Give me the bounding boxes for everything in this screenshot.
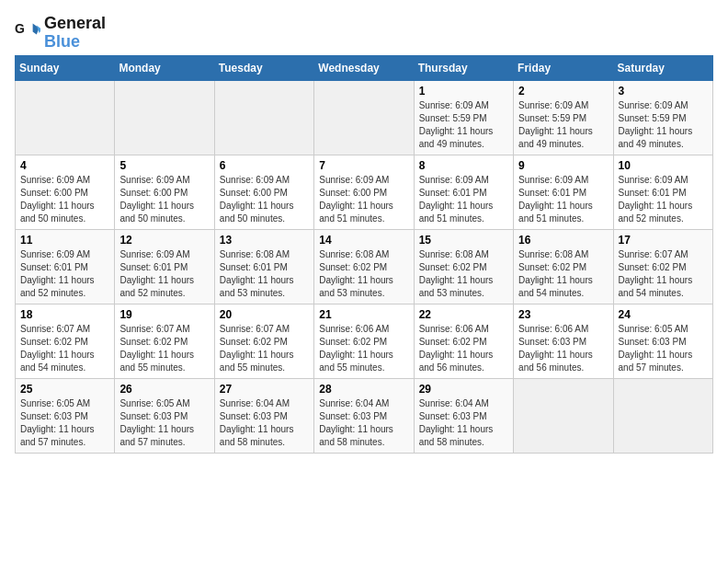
calendar-cell: 2Sunrise: 6:09 AM Sunset: 5:59 PM Daylig… xyxy=(514,80,613,155)
calendar-cell: 14Sunrise: 6:08 AM Sunset: 6:02 PM Dayli… xyxy=(314,229,414,304)
calendar-cell: 8Sunrise: 6:09 AM Sunset: 6:01 PM Daylig… xyxy=(414,155,513,229)
calendar-cell: 11Sunrise: 6:09 AM Sunset: 6:01 PM Dayli… xyxy=(16,229,115,304)
calendar-cell: 26Sunrise: 6:05 AM Sunset: 6:03 PM Dayli… xyxy=(115,378,214,453)
day-info: Sunrise: 6:07 AM Sunset: 6:02 PM Dayligh… xyxy=(220,323,309,374)
day-info: Sunrise: 6:06 AM Sunset: 6:02 PM Dayligh… xyxy=(319,323,408,374)
day-number: 21 xyxy=(319,308,408,321)
day-info: Sunrise: 6:06 AM Sunset: 6:02 PM Dayligh… xyxy=(419,323,508,374)
day-info: Sunrise: 6:09 AM Sunset: 6:01 PM Dayligh… xyxy=(419,174,508,225)
day-info: Sunrise: 6:09 AM Sunset: 6:00 PM Dayligh… xyxy=(20,174,109,225)
day-number: 5 xyxy=(119,159,209,172)
day-number: 17 xyxy=(619,234,708,247)
day-info: Sunrise: 6:09 AM Sunset: 5:59 PM Dayligh… xyxy=(619,99,708,151)
header-row: SundayMondayTuesdayWednesdayThursdayFrid… xyxy=(16,55,713,80)
day-info: Sunrise: 6:09 AM Sunset: 6:00 PM Dayligh… xyxy=(119,174,209,225)
page-header: G GeneralBlue xyxy=(15,15,713,52)
day-info: Sunrise: 6:08 AM Sunset: 6:02 PM Dayligh… xyxy=(518,248,608,300)
day-info: Sunrise: 6:08 AM Sunset: 6:01 PM Dayligh… xyxy=(220,248,309,300)
day-number: 16 xyxy=(518,234,608,247)
day-info: Sunrise: 6:05 AM Sunset: 6:03 PM Dayligh… xyxy=(20,397,109,449)
calendar-cell: 1Sunrise: 6:09 AM Sunset: 5:59 PM Daylig… xyxy=(414,80,513,155)
header-friday: Friday xyxy=(514,55,613,80)
day-number: 18 xyxy=(20,308,109,321)
day-info: Sunrise: 6:08 AM Sunset: 6:02 PM Dayligh… xyxy=(319,248,408,300)
day-number: 20 xyxy=(220,308,309,321)
day-number: 6 xyxy=(220,159,309,172)
calendar-cell: 28Sunrise: 6:04 AM Sunset: 6:03 PM Dayli… xyxy=(314,378,414,453)
day-number: 15 xyxy=(419,234,508,247)
day-number: 28 xyxy=(319,383,408,396)
header-wednesday: Wednesday xyxy=(314,55,414,80)
calendar-cell: 13Sunrise: 6:08 AM Sunset: 6:01 PM Dayli… xyxy=(214,229,313,304)
day-info: Sunrise: 6:07 AM Sunset: 6:02 PM Dayligh… xyxy=(619,248,708,300)
day-number: 26 xyxy=(119,383,209,396)
calendar-week-2: 4Sunrise: 6:09 AM Sunset: 6:00 PM Daylig… xyxy=(16,155,713,229)
day-info: Sunrise: 6:09 AM Sunset: 6:01 PM Dayligh… xyxy=(518,174,608,225)
day-number: 1 xyxy=(419,85,508,98)
calendar-cell: 21Sunrise: 6:06 AM Sunset: 6:02 PM Dayli… xyxy=(314,304,414,378)
logo: G GeneralBlue xyxy=(15,15,106,52)
day-number: 12 xyxy=(119,234,209,247)
day-info: Sunrise: 6:09 AM Sunset: 6:01 PM Dayligh… xyxy=(619,174,708,225)
calendar-cell: 6Sunrise: 6:09 AM Sunset: 6:00 PM Daylig… xyxy=(214,155,313,229)
day-info: Sunrise: 6:09 AM Sunset: 5:59 PM Dayligh… xyxy=(518,99,608,151)
calendar-header: SundayMondayTuesdayWednesdayThursdayFrid… xyxy=(16,55,713,80)
calendar-cell: 22Sunrise: 6:06 AM Sunset: 6:02 PM Dayli… xyxy=(414,304,513,378)
logo-text: GeneralBlue xyxy=(44,15,106,52)
day-number: 11 xyxy=(20,234,109,247)
calendar-table: SundayMondayTuesdayWednesdayThursdayFrid… xyxy=(15,55,713,454)
calendar-cell: 15Sunrise: 6:08 AM Sunset: 6:02 PM Dayli… xyxy=(414,229,513,304)
day-number: 10 xyxy=(619,159,708,172)
day-info: Sunrise: 6:09 AM Sunset: 6:01 PM Dayligh… xyxy=(20,248,109,300)
calendar-cell: 7Sunrise: 6:09 AM Sunset: 6:00 PM Daylig… xyxy=(314,155,414,229)
day-info: Sunrise: 6:09 AM Sunset: 6:00 PM Dayligh… xyxy=(319,174,408,225)
calendar-week-4: 18Sunrise: 6:07 AM Sunset: 6:02 PM Dayli… xyxy=(16,304,713,378)
svg-text:G: G xyxy=(15,21,25,36)
calendar-cell: 16Sunrise: 6:08 AM Sunset: 6:02 PM Dayli… xyxy=(514,229,613,304)
calendar-cell: 10Sunrise: 6:09 AM Sunset: 6:01 PM Dayli… xyxy=(613,155,712,229)
calendar-body: 1Sunrise: 6:09 AM Sunset: 5:59 PM Daylig… xyxy=(16,80,713,453)
header-monday: Monday xyxy=(115,55,214,80)
day-number: 14 xyxy=(319,234,408,247)
day-info: Sunrise: 6:09 AM Sunset: 6:00 PM Dayligh… xyxy=(220,174,309,225)
day-info: Sunrise: 6:09 AM Sunset: 6:01 PM Dayligh… xyxy=(119,248,209,300)
day-number: 25 xyxy=(20,383,109,396)
day-info: Sunrise: 6:05 AM Sunset: 6:03 PM Dayligh… xyxy=(119,397,209,449)
calendar-cell: 23Sunrise: 6:06 AM Sunset: 6:03 PM Dayli… xyxy=(514,304,613,378)
day-number: 7 xyxy=(319,159,408,172)
header-tuesday: Tuesday xyxy=(214,55,313,80)
calendar-cell: 4Sunrise: 6:09 AM Sunset: 6:00 PM Daylig… xyxy=(16,155,115,229)
calendar-cell: 27Sunrise: 6:04 AM Sunset: 6:03 PM Dayli… xyxy=(214,378,313,453)
calendar-cell: 18Sunrise: 6:07 AM Sunset: 6:02 PM Dayli… xyxy=(16,304,115,378)
calendar-cell xyxy=(514,378,613,453)
header-thursday: Thursday xyxy=(414,55,513,80)
calendar-cell: 19Sunrise: 6:07 AM Sunset: 6:02 PM Dayli… xyxy=(115,304,214,378)
calendar-cell xyxy=(613,378,712,453)
day-info: Sunrise: 6:07 AM Sunset: 6:02 PM Dayligh… xyxy=(20,323,109,374)
day-info: Sunrise: 6:05 AM Sunset: 6:03 PM Dayligh… xyxy=(619,323,708,374)
day-number: 24 xyxy=(619,308,708,321)
day-number: 4 xyxy=(20,159,109,172)
day-info: Sunrise: 6:04 AM Sunset: 6:03 PM Dayligh… xyxy=(319,397,408,449)
calendar-cell xyxy=(214,80,313,155)
calendar-cell xyxy=(16,80,115,155)
header-sunday: Sunday xyxy=(16,55,115,80)
day-info: Sunrise: 6:06 AM Sunset: 6:03 PM Dayligh… xyxy=(518,323,608,374)
day-number: 19 xyxy=(119,308,209,321)
calendar-week-5: 25Sunrise: 6:05 AM Sunset: 6:03 PM Dayli… xyxy=(16,378,713,453)
calendar-cell xyxy=(314,80,414,155)
calendar-cell: 17Sunrise: 6:07 AM Sunset: 6:02 PM Dayli… xyxy=(613,229,712,304)
day-info: Sunrise: 6:04 AM Sunset: 6:03 PM Dayligh… xyxy=(419,397,508,449)
calendar-cell: 9Sunrise: 6:09 AM Sunset: 6:01 PM Daylig… xyxy=(514,155,613,229)
day-number: 13 xyxy=(220,234,309,247)
day-number: 3 xyxy=(619,85,708,98)
logo-icon: G xyxy=(15,20,40,46)
calendar-cell: 5Sunrise: 6:09 AM Sunset: 6:00 PM Daylig… xyxy=(115,155,214,229)
day-number: 9 xyxy=(518,159,608,172)
day-info: Sunrise: 6:08 AM Sunset: 6:02 PM Dayligh… xyxy=(419,248,508,300)
day-number: 27 xyxy=(220,383,309,396)
calendar-cell: 25Sunrise: 6:05 AM Sunset: 6:03 PM Dayli… xyxy=(16,378,115,453)
calendar-cell: 20Sunrise: 6:07 AM Sunset: 6:02 PM Dayli… xyxy=(214,304,313,378)
day-info: Sunrise: 6:07 AM Sunset: 6:02 PM Dayligh… xyxy=(119,323,209,374)
day-number: 22 xyxy=(419,308,508,321)
